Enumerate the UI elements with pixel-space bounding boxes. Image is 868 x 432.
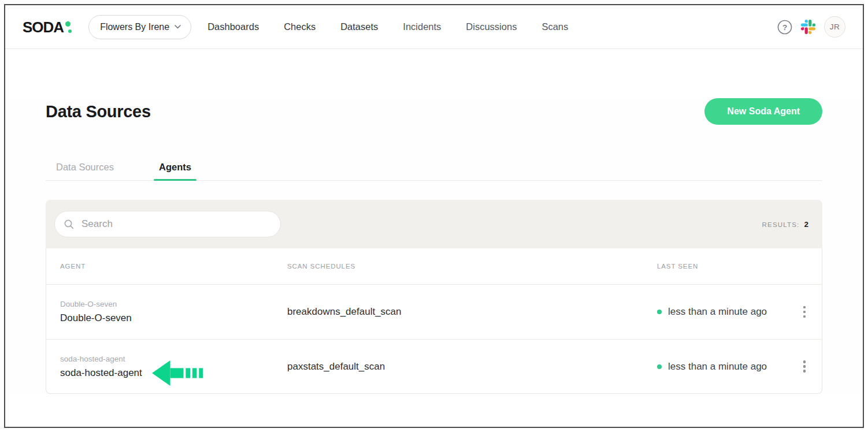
last-seen-cell: less than a minute ago bbox=[657, 306, 792, 318]
chevron-down-icon bbox=[175, 25, 181, 29]
user-avatar[interactable]: JR bbox=[824, 16, 845, 38]
annotation-arrow-left-icon bbox=[152, 360, 203, 386]
nav-item-dashboards[interactable]: Dashboards bbox=[207, 21, 259, 32]
results-label: RESULTS: bbox=[762, 221, 800, 228]
table-header-row: AGENT SCAN SCHEDULES LAST SEEN bbox=[46, 248, 822, 285]
agents-table: AGENT SCAN SCHEDULES LAST SEEN Double-O-… bbox=[46, 248, 822, 394]
org-selector-label: Flowers By Irene bbox=[100, 22, 169, 32]
help-icon[interactable]: ? bbox=[777, 20, 792, 35]
table-row[interactable]: Double-O-seven Double-O-seven breakdowns… bbox=[46, 285, 822, 339]
results-count: 2 bbox=[804, 220, 808, 229]
screenshot-root: SODA Flowers By Irene Dashboards Checks … bbox=[0, 0, 868, 432]
status-dot bbox=[657, 364, 662, 369]
agents-panel: RESULTS: 2 AGENT SCAN SCHEDULES LAST SEE… bbox=[46, 200, 822, 394]
org-selector-dropdown[interactable]: Flowers By Irene bbox=[88, 15, 191, 39]
tabs: Data Sources Agents bbox=[46, 162, 822, 181]
title-row: Data Sources New Soda Agent bbox=[46, 98, 822, 125]
last-seen-cell: less than a minute ago bbox=[657, 361, 792, 373]
last-seen-text: less than a minute ago bbox=[668, 306, 767, 318]
status-dot bbox=[657, 310, 662, 314]
page-title: Data Sources bbox=[46, 100, 151, 122]
tab-agents[interactable]: Agents bbox=[154, 162, 196, 180]
agent-cell: soda-hosted-agent soda-hosted-agent bbox=[60, 355, 287, 379]
soda-logo: SODA bbox=[23, 20, 73, 35]
search-input[interactable] bbox=[81, 218, 271, 230]
browser-viewport: SODA Flowers By Irene Dashboards Checks … bbox=[4, 4, 864, 428]
search-toolbar: RESULTS: 2 bbox=[46, 200, 822, 248]
slack-icon[interactable] bbox=[801, 20, 815, 34]
nav-item-datasets[interactable]: Datasets bbox=[340, 21, 378, 32]
search-field[interactable] bbox=[54, 211, 281, 237]
tab-data-sources[interactable]: Data Sources bbox=[51, 162, 119, 180]
scan-schedule-cell: paxstats_default_scan bbox=[287, 361, 657, 373]
agent-name: soda-hosted-agent bbox=[60, 367, 142, 379]
results-counter: RESULTS: 2 bbox=[762, 220, 809, 229]
svg-text:?: ? bbox=[782, 23, 787, 32]
agent-cell: Double-O-seven Double-O-seven bbox=[60, 300, 287, 324]
agent-name: Double-O-seven bbox=[60, 312, 132, 324]
soda-logo-text: SODA bbox=[23, 20, 64, 35]
kebab-menu-icon[interactable] bbox=[801, 304, 808, 321]
nav-item-discussions[interactable]: Discussions bbox=[466, 21, 517, 32]
kebab-menu-icon[interactable] bbox=[801, 358, 808, 375]
search-icon bbox=[64, 219, 74, 229]
main-nav: Dashboards Checks Datasets Incidents Dis… bbox=[207, 21, 568, 32]
navbar-right: ? JR bbox=[777, 16, 845, 38]
nav-item-checks[interactable]: Checks bbox=[284, 21, 316, 32]
nav-item-incidents[interactable]: Incidents bbox=[403, 21, 441, 32]
nav-item-scans[interactable]: Scans bbox=[541, 21, 568, 32]
soda-logo-dots-icon bbox=[65, 20, 73, 35]
top-navbar: SODA Flowers By Irene Dashboards Checks … bbox=[5, 5, 863, 49]
last-seen-text: less than a minute ago bbox=[668, 361, 767, 373]
main-content: Data Sources New Soda Agent Data Sources… bbox=[5, 98, 863, 394]
new-soda-agent-button[interactable]: New Soda Agent bbox=[704, 98, 822, 125]
scan-schedule-cell: breakdowns_default_scan bbox=[287, 306, 657, 318]
column-header-scan-schedules: SCAN SCHEDULES bbox=[287, 263, 657, 270]
column-header-last-seen: LAST SEEN bbox=[657, 263, 792, 270]
agent-id-label: Double-O-seven bbox=[60, 300, 287, 308]
column-header-agent: AGENT bbox=[60, 263, 287, 270]
active-tab-underline bbox=[154, 179, 196, 181]
table-row[interactable]: soda-hosted-agent soda-hosted-agent bbox=[46, 339, 822, 393]
